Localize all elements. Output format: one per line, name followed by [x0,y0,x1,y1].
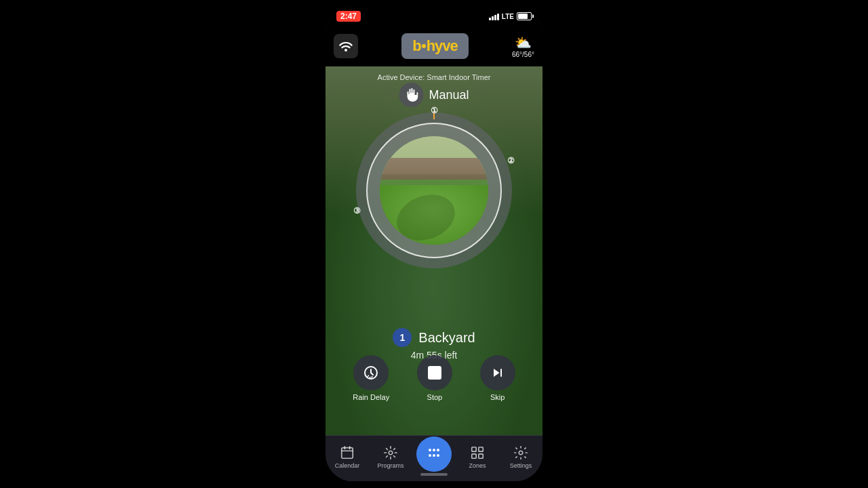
lte-label: LTE [502,13,514,20]
nav-zones-label: Zones [469,462,486,469]
main-content: Active Device: Smart Indoor Timer Manual… [326,66,542,435]
home-indicator [420,473,448,476]
logo-dot [422,44,426,48]
header: bhyve ⛅ 66°/56° [326,26,542,66]
zone-badge-row: 1 Backyard [326,328,542,347]
skip-button[interactable]: Skip [480,355,515,401]
programs-icon [383,445,398,460]
status-bar: 2:47 LTE [326,7,542,26]
rain-delay-button[interactable]: Rain Delay [353,355,389,401]
battery-fill [518,14,528,19]
rain-delay-label: Rain Delay [353,393,389,401]
zones-icon [470,445,485,460]
rain-delay-svg [363,365,379,381]
skip-icon-circle [480,355,515,390]
logo-text: bhyve [412,37,458,55]
stop-square-icon [428,366,441,380]
nav-settings-label: Settings [510,462,532,469]
weather-button[interactable]: ⛅ 66°/56° [512,35,534,58]
svg-rect-1 [500,369,502,377]
nav-calendar-label: Calendar [335,462,360,469]
signal-bar-2 [492,16,494,20]
zone-indicator-1: ① [431,106,438,115]
svg-rect-2 [342,448,353,459]
weather-icon: ⛅ [515,35,532,51]
skip-label: Skip [490,393,505,401]
svg-point-11 [519,451,523,455]
manual-button[interactable]: Manual [399,83,469,107]
stop-icon-circle [417,355,452,390]
phone-frame: 2:47 LTE bhyve ⛅ [326,7,542,481]
svg-rect-7 [472,447,476,451]
stop-button[interactable]: Stop [417,355,452,401]
signal-bar-3 [494,15,496,20]
nav-home[interactable] [412,443,456,472]
nav-calendar[interactable]: Calendar [326,445,369,469]
home-active-button[interactable] [416,436,452,472]
status-right: LTE [489,12,532,20]
weather-temp: 66°/56° [512,51,534,58]
battery-icon [517,12,532,20]
control-buttons: Rain Delay Stop Skip [326,355,542,401]
skip-svg [490,365,506,381]
home-active-icon [426,446,442,462]
nav-settings[interactable]: Settings [499,445,542,469]
zone-rings: ① ② ③ [356,113,512,268]
svg-point-6 [389,451,393,455]
svg-rect-8 [479,447,483,451]
zone-indicator-2: ② [507,156,515,165]
manual-hand-icon [399,83,423,107]
zone-indicator-3: ③ [353,206,361,216]
logo-container: bhyve [401,33,469,59]
garden-preview [380,136,488,245]
signal-bar-1 [489,18,491,20]
zone-number-badge: 1 [393,328,412,347]
rain-delay-icon-circle [353,355,389,390]
settings-icon [513,445,528,460]
hand-svg [404,87,418,102]
stop-label: Stop [427,393,443,401]
status-time: 2:47 [336,11,361,22]
calendar-icon [340,445,355,460]
svg-rect-10 [479,454,483,458]
active-device-text: Active Device: Smart Indoor Timer [378,73,491,81]
svg-rect-9 [472,454,476,458]
wifi-button[interactable] [334,34,358,58]
manual-label: Manual [429,88,469,102]
nav-zones[interactable]: Zones [456,445,499,469]
outer-ring [356,113,512,268]
zone-name: Backyard [418,330,475,346]
fence-layer [380,158,488,180]
nav-programs-label: Programs [377,462,403,469]
middle-ring [366,123,502,258]
wifi-icon [339,41,353,52]
nav-programs[interactable]: Programs [369,445,412,469]
signal-bars [489,12,499,20]
signal-bar-4 [497,14,499,20]
